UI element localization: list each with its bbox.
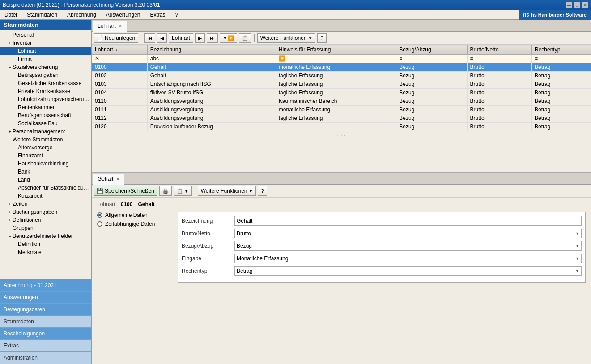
first-btn[interactable]: ⏮ <box>144 33 155 43</box>
close-btn[interactable]: ✕ <box>582 2 588 8</box>
title-bar-controls[interactable]: — □ ✕ <box>566 2 588 8</box>
help-btn1[interactable]: ? <box>317 33 326 43</box>
table-row[interactable]: 0102Gehalttägliche ErfassungBezugBruttoB… <box>92 72 591 80</box>
sidebar-item-lohnart[interactable]: Lohnart <box>0 47 91 55</box>
weitere-funktionen-btn2[interactable]: Weitere Funktionen ▼ <box>198 186 256 196</box>
sidebar-item-personal[interactable]: Personal <box>0 31 91 39</box>
sidebar-item-weitere-stammdaten[interactable]: −Weitere Stammdaten <box>0 135 91 144</box>
table-row[interactable]: 0100Gehaltmonatliche ErfassungBezugBrutt… <box>92 63 591 72</box>
table-row[interactable]: 0110AusbildungsvergütungKaufmännischer B… <box>92 97 591 106</box>
menu-extras[interactable]: Extras <box>148 11 168 19</box>
filter-bezeichnung[interactable]: abc <box>147 55 276 63</box>
nav-btn-bescheinigungen[interactable]: Bescheinigungen <box>0 328 91 340</box>
filter-brutto[interactable]: ≡ <box>467 55 531 63</box>
bezeichnung-input[interactable] <box>234 216 582 226</box>
menu-abrechnung[interactable]: Abrechnung <box>64 11 99 19</box>
table-row[interactable]: 0103Entschädigung nach IfSGtägliche Erfa… <box>92 80 591 89</box>
sidebar-item-lohnfortzahlung[interactable]: Lohnfortzahlungsversicherung <box>0 95 91 103</box>
table-row[interactable]: 0104fiktives SV-Brutto IfSGtägliche Erfa… <box>92 89 591 97</box>
menu-stammdaten[interactable]: Stammdaten <box>24 11 60 19</box>
lohnart-tab[interactable]: Lohnart ✕ <box>93 21 127 32</box>
col-bezug[interactable]: Bezug/Abzug <box>396 45 467 55</box>
sidebar-item-zeiten[interactable]: +Zeiten <box>0 200 91 208</box>
maximize-btn[interactable]: □ <box>574 2 580 8</box>
radio-section: Allgemeine Daten Zeitabhängige Daten <box>97 212 178 283</box>
sidebar-item-land[interactable]: Land <box>0 176 91 184</box>
radio-zeitabhaengige[interactable]: Zeitabhängige Daten <box>97 221 173 227</box>
form-body: Allgemeine Daten Zeitabhängige Daten Bez… <box>97 212 586 283</box>
sidebar-tree[interactable]: Personal+InventarLohnartFirma−Sozialvers… <box>0 30 91 279</box>
last-btn[interactable]: ⏭ <box>207 33 218 43</box>
weitere-funktionen-btn1[interactable]: Weitere Funktionen ▼ <box>257 33 316 43</box>
lohnart-tab-close[interactable]: ✕ <box>119 24 122 29</box>
sidebar-item-beitragsangaben[interactable]: Beitragsangaben <box>0 71 91 79</box>
sidebar-item-hausbankverbindung[interactable]: Hausbankverbindung <box>0 160 91 168</box>
sidebar-item-altersvorsorge[interactable]: Altersvorsorge <box>0 144 91 152</box>
table-row[interactable]: 0112Ausbildungsvergütungtägliche Erfassu… <box>92 114 591 123</box>
print-btn[interactable]: 🖨️ <box>159 186 172 196</box>
sidebar-item-personalmanagement[interactable]: +Personalmanagement <box>0 127 91 135</box>
radio-allgemeine[interactable]: Allgemeine Daten <box>97 212 173 218</box>
sidebar-item-kurzarbeit[interactable]: Kurzarbeit <box>0 192 91 200</box>
col-brutto[interactable]: Brutto/Netto <box>467 45 531 55</box>
nav-btn-auswertungen[interactable]: Auswertungen <box>0 292 91 304</box>
sidebar-item-berufsgenossenschaft[interactable]: Berufsgenossenschaft <box>0 111 91 119</box>
minimize-btn[interactable]: — <box>566 2 572 8</box>
table-row[interactable]: 0111Ausbildungsvergütungmonatliche Erfas… <box>92 106 591 114</box>
nav-btn-bewegungsdaten[interactable]: Bewegungsdaten <box>0 304 91 316</box>
sidebar-item-inventar[interactable]: +Inventar <box>0 39 91 47</box>
nav-btn-extras[interactable]: Extras <box>0 340 91 352</box>
sidebar-item-buchungsangaben[interactable]: +Buchungsangaben <box>0 208 91 216</box>
grid-header-row: Lohnart ▲ Bezeichnung Hinweis für Erfass… <box>92 45 591 55</box>
help-btn2[interactable]: ? <box>258 186 267 196</box>
filter-btn[interactable]: ▼🔽 <box>220 33 237 43</box>
eingabe-select[interactable]: Monatliche Erfassung ▼ <box>234 254 582 263</box>
hs-logo-icon: hs <box>523 12 529 18</box>
col-hinweis[interactable]: Hinweis für Erfassung <box>276 45 396 55</box>
sidebar-item-firma[interactable]: Firma <box>0 55 91 63</box>
filter-lohnart[interactable]: ✕ <box>92 55 148 63</box>
copy-btn[interactable]: 📋 <box>239 33 251 43</box>
sidebar-item-rentenkammer[interactable]: Rentenkammer <box>0 103 91 111</box>
menu-help[interactable]: ? <box>173 11 181 19</box>
sidebar-item-finanzamt[interactable]: Finanzamt <box>0 152 91 160</box>
menu-auswertungen[interactable]: Auswertungen <box>103 11 143 19</box>
nav-btn-stammdaten[interactable]: Stammdaten <box>0 316 91 328</box>
sidebar-item-benutzerdefinierte-felder[interactable]: −Benutzerdefinierte Felder <box>0 232 91 240</box>
filter-rechentyp[interactable]: ≡ <box>532 55 591 63</box>
sidebar-label-personalmanagement: Personalmanagement <box>13 128 65 135</box>
filter-bezug[interactable]: ≡ <box>396 55 467 63</box>
gehalt-tab-close[interactable]: ✕ <box>116 177 119 182</box>
rechentyp-select[interactable]: Betrag ▼ <box>234 266 582 276</box>
sidebar-item-gesetzliche-kk[interactable]: Gesetzliche Krankenkasse <box>0 79 91 87</box>
lohnart-grid-container[interactable]: Lohnart ▲ Bezeichnung Hinweis für Erfass… <box>92 45 591 172</box>
table-row[interactable]: 0120Provision laufender BezugBezugBrutto… <box>92 123 591 131</box>
sidebar-item-sozialversicherung[interactable]: −Sozialversicherung <box>0 63 91 71</box>
sidebar-item-private-kk[interactable]: Private Krankenkasse <box>0 87 91 95</box>
sidebar-item-absender[interactable]: Absender für Statistikmeldung <box>0 184 91 192</box>
col-rechentyp[interactable]: Rechentyp <box>532 45 591 55</box>
bezug-abzug-select[interactable]: Bezug ▼ <box>234 241 582 251</box>
sidebar-item-gruppen[interactable]: Gruppen <box>0 224 91 232</box>
next-btn[interactable]: ▶ <box>195 33 205 43</box>
sidebar-item-bank[interactable]: Bank <box>0 168 91 176</box>
eingabe-value: Monatliche Erfassung <box>237 255 288 262</box>
menu-datei[interactable]: Datei <box>2 11 20 19</box>
sidebar-item-definitionen[interactable]: +Definitionen <box>0 216 91 224</box>
prev-btn[interactable]: ◀ <box>157 33 167 43</box>
speichern-btn[interactable]: 💾 Speichern/Schließen <box>94 186 157 196</box>
col-lohnart[interactable]: Lohnart ▲ <box>92 45 148 55</box>
sidebar-item-definition[interactable]: Definition <box>0 240 91 248</box>
neu-anlegen-btn[interactable]: 📄 Neu anlegen <box>94 33 138 43</box>
col-bezeichnung[interactable]: Bezeichnung <box>147 45 276 55</box>
sidebar-item-sozialkasse-bau[interactable]: Sozialkasse Bau <box>0 119 91 127</box>
gehalt-tab[interactable]: Gehalt ✕ <box>93 174 124 185</box>
nav-btn-administration[interactable]: Administration <box>0 352 91 364</box>
rechentyp-cell: Betrag <box>532 89 591 97</box>
rechentyp-cell: Betrag <box>532 97 591 106</box>
sidebar-item-merkmale[interactable]: Merkmale <box>0 248 91 256</box>
nav-btn-abrechnung[interactable]: Abrechnung - 01.2021 <box>0 279 91 292</box>
copy2-btn[interactable]: 📋 ▼ <box>174 186 192 196</box>
brutto-netto-select[interactable]: Brutto ▼ <box>234 229 582 238</box>
filter-hinweis[interactable]: 🔽 <box>276 55 396 63</box>
